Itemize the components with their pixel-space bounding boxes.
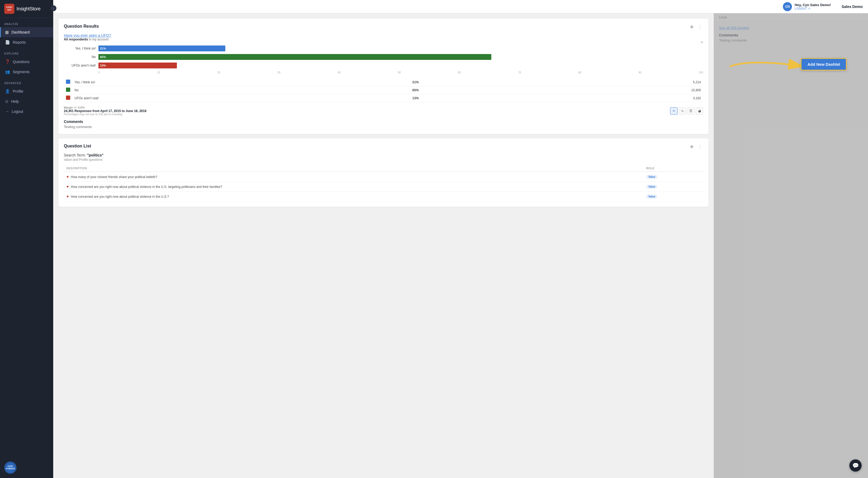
sidebar-item-help[interactable]: ⊙ Help (0, 96, 53, 107)
sidebar-item-label: Segments (13, 70, 30, 74)
card-title: Question Results (64, 24, 99, 29)
sidebar-item-questions[interactable]: ❓ Questions (0, 57, 53, 67)
card-footer: Margin +/- 0.6% 24,301 Responses from Ap… (64, 106, 703, 116)
more-list-options-btn[interactable]: ⋮ (697, 144, 703, 150)
legend-swatch-2 (66, 88, 70, 92)
respondents-text: All respondents in my account (64, 37, 703, 41)
chart-type-pie[interactable]: ◕ (695, 107, 703, 115)
comments-title: Comments (64, 119, 703, 124)
sidebar-logo: CIVICSCI InsightStore ‹ (0, 0, 53, 18)
content-area: Question Results ✥ ⋮ Have you ever seen … (53, 13, 868, 478)
question-list-title: Question List (64, 144, 91, 149)
bar-2: 65% (98, 54, 491, 60)
legend-swatch-1 (66, 80, 70, 84)
card-actions: ✥ ⋮ (689, 24, 703, 30)
chat-bubble[interactable]: 💬 (849, 459, 862, 472)
move-card-btn[interactable]: ✥ (689, 24, 694, 30)
question-description: ♥How concerned are you right now about p… (64, 191, 644, 202)
question-list-card: Question List ✥ ⋮ Search Term: "politics… (59, 139, 708, 207)
legend-row-1: Yes, I think so! 21% 5,214 (64, 78, 703, 86)
menu-icon[interactable]: ≡ (701, 40, 703, 45)
chart-axis: 0102030405060708090100 (64, 71, 703, 74)
questions-icon: ❓ (5, 59, 10, 64)
account-name: Sales Demo (842, 4, 863, 9)
logout-icon: → (5, 109, 9, 114)
chart-type-line[interactable]: ∿ (679, 107, 686, 115)
bar-pct-label-1: 21% (100, 47, 106, 50)
heart-icon[interactable]: ♥ (66, 184, 69, 189)
filter-text: Value and Profile questions (64, 158, 703, 161)
sidebar-item-label: Questions (13, 60, 30, 64)
legend-row-2: No 65% 15,905 (64, 86, 703, 94)
dashboard-icon: ▦ (5, 30, 9, 35)
responses-text: 24,301 Responses from April 17, 2015 to … (64, 109, 146, 113)
question-role: Value (644, 191, 703, 202)
legend-text-1: Yes, I think so! (72, 78, 410, 86)
civic-science-bottom-logo: CIVICSCIENCE (4, 461, 17, 474)
panel-comments-text: Testing comments (719, 38, 863, 42)
sidebar-item-segments[interactable]: 👥 Segments (0, 67, 53, 77)
legend-text-3: UFOs aren't real! (72, 94, 410, 102)
civic-science-logo-icon: CIVICSCI (4, 4, 14, 14)
sidebar-item-profile[interactable]: 👤 Profile (0, 86, 53, 96)
chart-type-bar[interactable]: ≡ (670, 107, 678, 115)
sidebar-collapse-btn[interactable]: ‹ (51, 5, 56, 11)
table-row[interactable]: ♥How concerned are you right now about p… (64, 182, 703, 191)
bar-container-1: 21% (98, 46, 703, 51)
bar-label-3: UFOs aren't real! (64, 64, 98, 67)
header-user: CN Hey, Cyn Sales Demo! LOGOUT ↗ Sales D… (783, 2, 863, 11)
more-options-btn[interactable]: ⋮ (697, 24, 703, 30)
margin-and-responses: Margin +/- 0.6% 24,301 Responses from Ap… (64, 106, 146, 116)
reports-icon: 📄 (5, 40, 10, 45)
chart-type-btns: ≡ ∿ ☰ ◕ (670, 107, 703, 115)
legend-table: Yes, I think so! 21% 5,214 No 65% 15,905… (64, 78, 703, 102)
question-role: Value (644, 172, 703, 182)
help-icon: ⊙ (5, 99, 8, 104)
question-description: ♥How many of your closest friends share … (64, 172, 644, 182)
question-link[interactable]: Have you ever seen a UFO? (64, 33, 703, 37)
legend-row-3: UFOs aren't real! 13% 3,182 (64, 94, 703, 102)
search-term-text: Search Term: "politics" (64, 153, 703, 157)
question-results-card: Question Results ✥ ⋮ Have you ever seen … (59, 19, 708, 134)
table-row[interactable]: ♥How concerned are you right now about p… (64, 191, 703, 202)
question-list-actions: ✥ ⋮ (689, 144, 703, 150)
user-info: Hey, Cyn Sales Demo! LOGOUT ↗ (795, 3, 831, 10)
bar-3: 13% (98, 63, 177, 68)
sidebar-item-label: Logout (12, 109, 23, 114)
note-text: Percentages may not sum to 100 due to ro… (64, 113, 146, 116)
add-dashlet-btn-wrapper: Add New Dashlet (801, 58, 847, 70)
segments-icon: 👥 (5, 69, 10, 74)
overlay-dim (714, 13, 868, 478)
comments-text: Testing comments (64, 125, 703, 129)
question-role: Value (644, 182, 703, 191)
header: CN Hey, Cyn Sales Demo! LOGOUT ↗ Sales D… (53, 0, 868, 13)
logout-link[interactable]: LOGOUT ↗ (795, 7, 831, 10)
role-badge: Value (646, 195, 657, 199)
sidebar-item-reports[interactable]: 📄 Reports (0, 37, 53, 48)
legend-pct-1: 21% (410, 78, 536, 86)
move-list-card-btn[interactable]: ✥ (689, 144, 694, 150)
chart-row-2: No 65% (64, 54, 703, 60)
sidebar-item-dashboard[interactable]: ▦ Dashboard (0, 27, 53, 37)
heart-icon[interactable]: ♥ (66, 175, 69, 179)
sidebar-item-label: Help (11, 99, 19, 103)
sidebar-bottom: CIVICSCIENCE (0, 457, 53, 478)
avatar: CN (783, 2, 792, 11)
user-greeting: Hey, Cyn Sales Demo! (795, 3, 831, 7)
right-panel-topbar: Local. (714, 13, 868, 22)
card-header: Question Results ✥ ⋮ (64, 24, 703, 30)
sidebar: CIVICSCI InsightStore ‹ ANALYZE ▦ Dashbo… (0, 0, 53, 478)
panel-comments-title: Comments (719, 33, 863, 37)
heart-icon[interactable]: ♥ (66, 194, 69, 199)
add-dashlet-btn[interactable]: Add New Dashlet (801, 58, 847, 70)
chart-type-table[interactable]: ☰ (687, 107, 694, 115)
table-row[interactable]: ♥How many of your closest friends share … (64, 172, 703, 182)
sidebar-item-logout[interactable]: → Logout (0, 107, 53, 116)
bar-container-2: 65% (98, 54, 703, 60)
margin-text: Margin +/- 0.6% (64, 106, 146, 109)
comments-section: Comments Testing comments (64, 119, 703, 129)
section-label-analyze: ANALYZE (0, 18, 53, 27)
col-role: ROLE (644, 165, 703, 172)
see-all-insights-link[interactable]: See all 599 insights (719, 26, 863, 30)
dashboard-main: Question Results ✥ ⋮ Have you ever seen … (53, 13, 714, 478)
